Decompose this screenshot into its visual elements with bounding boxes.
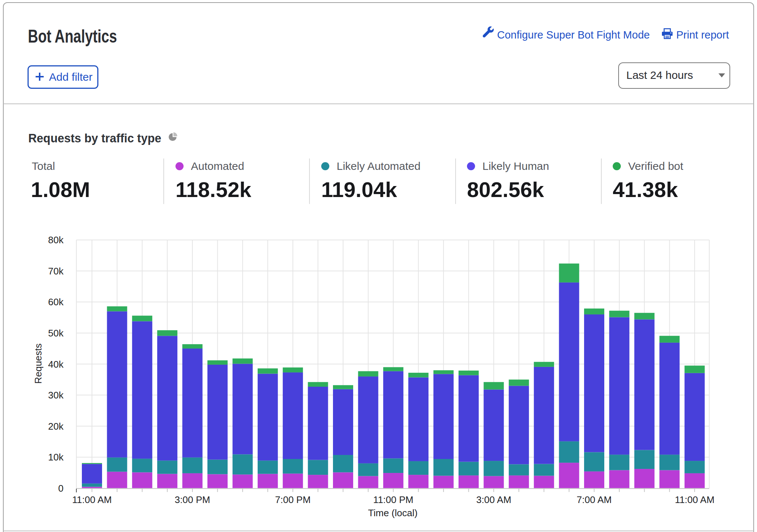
svg-text:30k: 30k [48, 390, 64, 401]
svg-text:Time (local): Time (local) [368, 507, 418, 518]
svg-text:3:00 AM: 3:00 AM [476, 494, 511, 505]
svg-text:0: 0 [58, 483, 64, 494]
svg-text:50k: 50k [48, 328, 64, 339]
svg-text:10k: 10k [48, 452, 64, 463]
svg-text:3:00 PM: 3:00 PM [175, 494, 210, 505]
svg-text:11:00 AM: 11:00 AM [72, 494, 112, 505]
svg-text:11:00 AM: 11:00 AM [675, 494, 714, 505]
svg-text:20k: 20k [48, 421, 64, 432]
svg-text:80k: 80k [48, 234, 64, 245]
svg-text:7:00 AM: 7:00 AM [577, 494, 612, 505]
svg-text:60k: 60k [48, 296, 64, 307]
svg-text:40k: 40k [48, 359, 64, 370]
svg-text:11:00 PM: 11:00 PM [373, 494, 413, 505]
svg-text:Requests: Requests [33, 343, 44, 384]
svg-text:7:00 PM: 7:00 PM [275, 494, 311, 505]
svg-text:70k: 70k [48, 266, 64, 277]
